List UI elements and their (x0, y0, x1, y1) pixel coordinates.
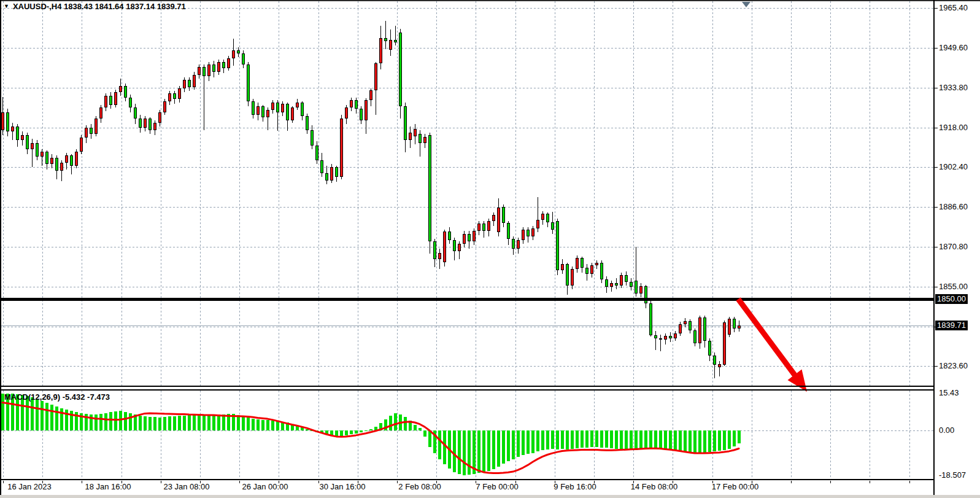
vertical-gridline (594, 1, 595, 386)
candle (536, 220, 539, 228)
vertical-gridline (633, 1, 634, 386)
horizontal-line-1850[interactable] (0, 298, 934, 301)
macd-histogram-bar (595, 430, 598, 447)
candle (708, 341, 711, 356)
macd-histogram-bar (340, 430, 343, 436)
macd-histogram-bar (261, 420, 264, 430)
candle (276, 103, 279, 112)
macd-histogram-bar (183, 416, 186, 430)
macd-histogram-bar (585, 430, 588, 448)
candle (718, 364, 721, 367)
vertical-gridline (42, 1, 43, 386)
candle-wick (395, 26, 396, 45)
candle (139, 119, 142, 127)
macd-histogram-bar (281, 422, 284, 430)
vertical-gridline (870, 391, 870, 479)
candle (693, 330, 696, 343)
candle (556, 221, 559, 270)
candle-wick (660, 335, 661, 351)
candle (448, 231, 451, 240)
vertical-gridline (3, 1, 4, 386)
price-axis-label: 1965.40 (939, 4, 968, 12)
current-price-line (0, 325, 934, 326)
macd-histogram-bar (129, 413, 132, 430)
candle (669, 336, 672, 338)
candle (6, 112, 9, 131)
symbol-dropdown-icon[interactable]: ▼ (4, 4, 9, 9)
time-axis-label: 2 Feb 08:00 (398, 483, 441, 491)
time-axis-label: 14 Feb 08:00 (631, 483, 678, 491)
candle (217, 62, 220, 72)
macd-histogram-bar (423, 430, 426, 437)
macd-histogram-bar (531, 430, 534, 453)
macd-histogram-bar (80, 413, 83, 430)
macd-histogram-bar (315, 430, 318, 432)
vertical-gridline (515, 391, 516, 479)
time-axis-label: 30 Jan 16:00 (319, 483, 365, 491)
macd-histogram-bar (414, 425, 417, 430)
macd-histogram-bar (733, 430, 736, 446)
macd-histogram-bar (144, 416, 147, 430)
macd-histogram-bar (55, 407, 58, 430)
candle (409, 133, 412, 140)
vertical-gridline (752, 1, 752, 386)
chart-shift-marker-icon[interactable] (742, 2, 750, 7)
panel-divider[interactable] (0, 389, 934, 391)
candle (149, 119, 152, 130)
candle (320, 160, 323, 173)
macd-histogram-bar (188, 415, 191, 430)
candle (325, 173, 328, 181)
candle (129, 98, 132, 107)
macd-histogram-bar (266, 420, 269, 430)
candle (198, 67, 201, 74)
macd-histogram-bar (374, 427, 377, 430)
candle (257, 106, 260, 115)
macd-histogram-bar (487, 430, 490, 471)
chart-draw-layer (0, 0, 980, 498)
candle (546, 214, 549, 222)
time-axis-tick (830, 481, 831, 483)
horizontal-gridline (0, 207, 934, 208)
macd-histogram-bar (325, 430, 328, 435)
candle (517, 240, 520, 249)
candle (453, 240, 456, 252)
vertical-gridline (909, 391, 910, 479)
macd-histogram-bar (134, 414, 137, 430)
macd-histogram-bar (674, 430, 677, 451)
vertical-gridline (161, 391, 161, 479)
candle (301, 103, 304, 117)
macd-histogram-bar (615, 430, 618, 449)
candle (600, 263, 603, 279)
macd-histogram-bar (90, 414, 93, 430)
candle (365, 100, 368, 120)
vertical-gridline (122, 1, 122, 386)
macd-axis-label: 15.43 (939, 389, 959, 397)
time-axis-label: 26 Jan 00:00 (242, 483, 288, 491)
time-axis-tick (3, 481, 4, 483)
candle (355, 100, 358, 109)
candle (340, 119, 343, 177)
macd-histogram-bar (438, 430, 441, 459)
candle (50, 158, 53, 164)
candle (315, 146, 318, 161)
indicator-label: MACD(12,26,9) -5.432 -7.473 (4, 392, 110, 402)
macd-histogram-bar (576, 430, 579, 448)
candle (296, 103, 299, 107)
candle (404, 106, 407, 140)
candle (21, 135, 24, 140)
candle (639, 286, 642, 294)
candle (698, 317, 701, 343)
trend-arrow[interactable] (738, 299, 807, 392)
candle (144, 119, 147, 127)
macd-histogram-bar (620, 430, 623, 449)
candle (203, 67, 206, 76)
vertical-gridline (358, 1, 358, 386)
candle (512, 239, 515, 249)
time-axis-label: 17 Feb 00:00 (712, 483, 759, 491)
macd-histogram-bar (85, 414, 88, 430)
macd-histogram-bar (75, 412, 78, 430)
macd-histogram-bar (153, 417, 156, 430)
candle (566, 264, 569, 286)
chart-left-border (0, 0, 1, 495)
candle (423, 137, 426, 143)
